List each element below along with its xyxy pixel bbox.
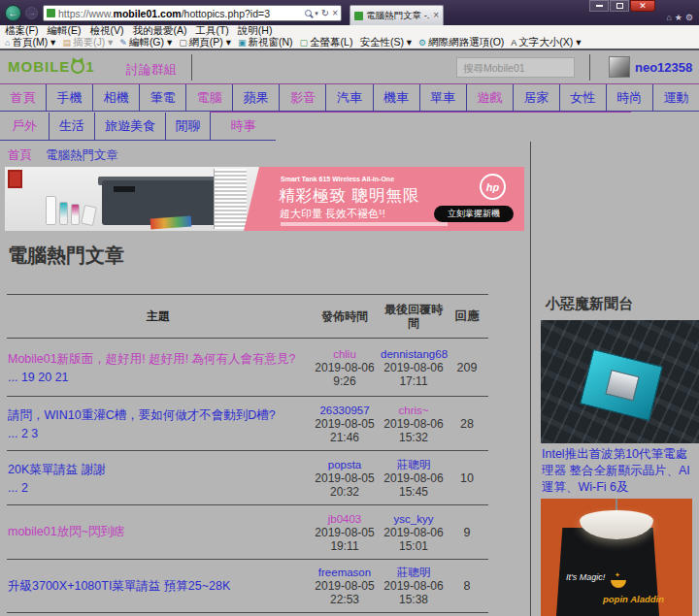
last-reply-time: 15:01 [381, 539, 447, 553]
nav-tab-sports[interactable]: 運動 [652, 84, 699, 111]
nav-tab-laptop[interactable]: 筆電 [139, 84, 185, 111]
breadcrumb: 首頁 電腦熱門文章 [8, 147, 118, 164]
nav-tab-home-living[interactable]: 居家 [513, 84, 559, 111]
topic-link[interactable]: Mobile01新版面，超好用! 超好用! 為何有人會有意見? [8, 351, 309, 368]
stop-icon[interactable]: × [332, 9, 338, 18]
url-text[interactable]: https://www.mobile01.com/hottopics.php?i… [58, 8, 302, 19]
nav-accent-line [210, 112, 631, 113]
ink-bottle-graphic [46, 196, 56, 225]
back-button[interactable]: ← [5, 5, 21, 21]
edit-icon: ✎ [119, 39, 127, 48]
cmd-internet-options[interactable]: ⚙網際網路選項(O) [418, 36, 504, 49]
topic-link[interactable]: 請問，WIN10重灌C槽，要如何做才不會動到D槽? [8, 407, 309, 424]
topic-link[interactable]: 升級3700X+1080TI菜單請益 預算25~28K [8, 578, 309, 595]
cmd-edit[interactable]: ✎編輯(G) ▾ [119, 36, 172, 49]
cmd-home[interactable]: ⌂首頁(M) ▾ [5, 36, 55, 49]
author-link[interactable]: freemason [309, 566, 381, 579]
last-reply-time: 15:45 [381, 485, 447, 499]
cpu-chip-graphic [580, 349, 663, 421]
devil-icon [71, 60, 84, 74]
ad-cta-button[interactable]: 立刻掌握新機 [434, 206, 514, 222]
minimize-button[interactable] [589, 0, 609, 12]
last-reply-date: 2019-08-06 [381, 579, 447, 593]
ad-banner[interactable]: Smart Tank 615 Wireless All-in-One 精彩極致 … [5, 167, 524, 231]
nav-tab-av[interactable]: 影音 [279, 84, 325, 111]
cmd-safety[interactable]: 安全性(S) ▾ [359, 36, 412, 49]
nav-tab-bicycle[interactable]: 單車 [419, 84, 466, 111]
topic-pagination[interactable]: ... 2 [8, 481, 309, 495]
forward-button[interactable]: → [25, 7, 38, 19]
cmd-page[interactable]: ▢網頁(P) ▾ [179, 36, 231, 49]
author-link[interactable]: jb0403 [309, 512, 381, 526]
breadcrumb-home[interactable]: 首頁 [8, 147, 32, 164]
table-rule [7, 559, 488, 560]
nav-tab-games[interactable]: 遊戲 [466, 84, 513, 111]
cmd-fullscreen[interactable]: ▢全螢幕(L) [300, 36, 353, 49]
address-bar[interactable]: https://www.mobile01.com/hottopics.php?i… [43, 5, 342, 21]
search-icon[interactable] [305, 10, 312, 16]
nav-tab-apple[interactable]: 蘋果 [232, 84, 279, 111]
popin-aladdin-image[interactable]: It's Magic! popin Aladdin [541, 499, 692, 616]
breadcrumb-current[interactable]: 電腦熱門文章 [46, 147, 118, 164]
new-window-icon: ▣ [238, 39, 247, 48]
table-rule [7, 396, 488, 397]
printer-graphic [150, 216, 192, 230]
username-link[interactable]: neo12358 [635, 60, 692, 75]
ad-disclaimer [281, 222, 448, 226]
nav-tab-car[interactable]: 汽車 [325, 84, 372, 111]
chevron-down-icon[interactable]: ▾ [315, 10, 318, 17]
author-link[interactable]: popsta [309, 458, 381, 471]
nav-tab-news[interactable]: 時事 [210, 113, 276, 140]
nav-tab-chat[interactable]: 閒聊 [165, 113, 210, 140]
table-header-row: 主題 發佈時間 最後回覆時間 回應 [8, 295, 487, 338]
cmd-feeds[interactable]: ▤摘要(J) ▾ [62, 36, 113, 49]
nav-tab-motorcycle[interactable]: 機車 [373, 84, 419, 111]
browser-quick-icons[interactable]: ⌂★⚙ [666, 13, 696, 22]
author-link[interactable]: 26330957 [309, 404, 381, 417]
cpu-die-graphic [605, 370, 639, 401]
nav-tab-pc[interactable]: 電腦 [185, 84, 232, 111]
close-button[interactable]: ✕ [630, 0, 655, 12]
nav-tab-home[interactable]: 首頁 [0, 84, 46, 111]
intel-cpu-image[interactable] [541, 320, 699, 443]
author-link[interactable]: chliu [309, 347, 381, 361]
last-reply-author-link[interactable]: dennistang68 [381, 347, 447, 361]
table-row: mobile01放閃~閃到瞎 jb0403 2019-08-05 19:11 y… [8, 506, 487, 558]
mobile01-logo[interactable]: MOBILE 1 [8, 58, 95, 75]
avatar[interactable] [609, 56, 630, 78]
browser-tab[interactable]: 電腦熱門文章 -... × [350, 5, 444, 25]
cmd-new-window[interactable]: ▣新視窗(N) [238, 36, 293, 49]
last-reply-author-link[interactable]: ysc_kyy [381, 512, 447, 526]
fullscreen-icon: ▢ [300, 39, 309, 48]
topic-pagination[interactable]: ... 19 20 21 [8, 371, 309, 384]
last-reply-author-link[interactable]: 莊聰明 [381, 566, 447, 579]
nav-tab-phone[interactable]: 手機 [46, 84, 92, 111]
topic-link[interactable]: 20K菜單請益 謝謝 [8, 462, 309, 478]
maximize-button[interactable] [610, 0, 629, 12]
publish-date: 2019-08-06 [309, 361, 381, 374]
publish-time: 21:46 [309, 431, 381, 444]
nav-tab-women[interactable]: 女性 [559, 84, 606, 111]
last-reply-date: 2019-08-06 [381, 417, 447, 431]
last-reply-author-link[interactable]: 莊聰明 [381, 458, 447, 471]
nav-tab-fashion[interactable]: 時尚 [606, 84, 652, 111]
table-rule [7, 612, 488, 613]
publish-time: 20:32 [309, 485, 381, 499]
search-input[interactable] [456, 57, 575, 78]
last-reply-author-link[interactable]: chris~ [381, 404, 447, 417]
section-label[interactable]: 討論群組 [126, 61, 177, 79]
sidebar-article-link[interactable]: Intel推出首波第10代筆電處理器 整合全新顯示晶片、AI運算、Wi-Fi 6… [542, 446, 695, 497]
tab-close-icon[interactable]: × [433, 11, 439, 20]
topic-pagination[interactable]: ... 2 3 [8, 427, 309, 440]
minimize-icon [596, 5, 603, 7]
nav-tab-outdoor[interactable]: 戶外 [0, 113, 49, 140]
reply-count: 10 [447, 471, 487, 485]
nav-tab-travel-food[interactable]: 旅遊美食 [94, 113, 165, 140]
nav-tab-camera[interactable]: 相機 [92, 84, 139, 111]
tab-title[interactable]: 電腦熱門文章 -... [366, 10, 430, 22]
topic-link[interactable]: mobile01放閃~閃到瞎 [8, 524, 309, 540]
nav-tab-life[interactable]: 生活 [49, 113, 94, 140]
last-reply-time: 17:11 [381, 374, 447, 388]
cmd-text-size[interactable]: A文字大小(X) ▾ [511, 36, 581, 49]
refresh-icon[interactable]: ↻ [321, 9, 329, 18]
